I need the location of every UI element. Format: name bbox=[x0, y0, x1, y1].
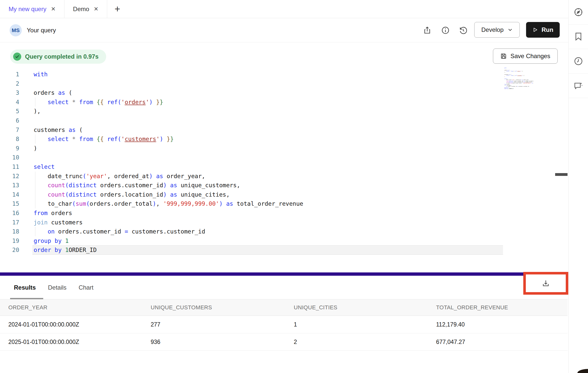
column-header: ORDER_YEAR bbox=[0, 304, 142, 311]
code-line: 14 count(distinct orders.location_id) as… bbox=[0, 190, 568, 199]
code-line: 5), bbox=[0, 107, 568, 116]
code-line: 10 bbox=[0, 153, 568, 162]
new-tab-button[interactable]: + bbox=[107, 0, 127, 18]
tab-details[interactable]: Details bbox=[48, 284, 66, 291]
code-line: 2 bbox=[0, 79, 568, 88]
table-cell: 936 bbox=[142, 339, 285, 345]
code-line: 3orders as ( bbox=[0, 88, 568, 98]
editor-tab-bar: My new query ✕ Demo ✕ + bbox=[0, 0, 568, 18]
column-header: UNIQUE_CITIES bbox=[285, 304, 428, 311]
tab-chart[interactable]: Chart bbox=[79, 284, 94, 291]
share-icon[interactable] bbox=[422, 25, 433, 36]
tab-label: My new query bbox=[9, 6, 46, 13]
results-table: ORDER_YEARUNIQUE_CUSTOMERSUNIQUE_CITIEST… bbox=[0, 299, 568, 351]
table-cell: 2025-01-01T00:00:00.000Z bbox=[0, 339, 142, 345]
line-number: 13 bbox=[0, 181, 19, 190]
line-number: 6 bbox=[0, 116, 19, 125]
line-number: 10 bbox=[0, 153, 19, 162]
line-number: 20 bbox=[0, 245, 19, 255]
line-number: 17 bbox=[0, 218, 19, 227]
line-number: 7 bbox=[0, 125, 19, 135]
table-cell: 277 bbox=[142, 321, 285, 328]
tab-my-new-query[interactable]: My new query ✕ bbox=[0, 0, 64, 18]
clock-icon[interactable] bbox=[569, 49, 588, 74]
table-cell: 2 bbox=[285, 339, 428, 345]
code-line: 11select bbox=[0, 162, 568, 172]
line-number: 9 bbox=[0, 144, 19, 153]
table-row: 2025-01-01T00:00:00.000Z9362677,047.27 bbox=[0, 333, 568, 351]
develop-label: Develop bbox=[481, 26, 504, 33]
avatar: MS bbox=[10, 24, 22, 36]
code-line: 17join customers bbox=[0, 218, 568, 227]
tab-results[interactable]: Results bbox=[14, 284, 36, 291]
chevron-down-icon bbox=[508, 27, 513, 32]
play-icon bbox=[532, 27, 538, 33]
query-editor-app: My new query ✕ Demo ✕ + MS Your query bbox=[0, 0, 588, 373]
tab-label: Demo bbox=[73, 6, 89, 13]
code-line: 18 on orders.customer_id = customers.cus… bbox=[0, 227, 568, 236]
chat-sparkle-icon[interactable] bbox=[569, 74, 588, 98]
code-line: 15 to_char(sum(orders.order_total), '999… bbox=[0, 199, 568, 208]
line-number: 3 bbox=[0, 88, 19, 98]
code-line: 6 bbox=[0, 116, 568, 125]
save-changes-button[interactable]: Save Changes bbox=[493, 49, 558, 64]
page-title: Your query bbox=[27, 18, 56, 42]
code-line: 7customers as ( bbox=[0, 125, 568, 135]
bookmark-icon[interactable] bbox=[569, 25, 588, 49]
run-button[interactable]: Run bbox=[526, 22, 560, 38]
line-number: 1 bbox=[0, 70, 19, 79]
line-number: 19 bbox=[0, 236, 19, 246]
check-circle-icon bbox=[13, 53, 21, 61]
table-header-row: ORDER_YEARUNIQUE_CUSTOMERSUNIQUE_CITIEST… bbox=[0, 299, 568, 316]
panel-resize-bar[interactable] bbox=[0, 272, 568, 276]
line-number: 5 bbox=[0, 107, 19, 116]
status-text: Query completed in 0.97s bbox=[25, 53, 99, 60]
code-line: 12 date_trunc('year', ordered_at) as ord… bbox=[0, 172, 568, 181]
code-line: 9) bbox=[0, 144, 568, 153]
line-number: 16 bbox=[0, 208, 19, 218]
close-icon[interactable]: ✕ bbox=[94, 6, 98, 12]
code-line: 8 select * from {{ ref('customers') }} bbox=[0, 134, 568, 144]
active-tab-underline bbox=[10, 298, 43, 299]
line-number: 18 bbox=[0, 227, 19, 236]
column-header: UNIQUE_CUSTOMERS bbox=[142, 304, 285, 311]
line-number: 2 bbox=[0, 79, 19, 88]
code-line: 19group by 1 bbox=[0, 236, 568, 246]
save-label: Save Changes bbox=[510, 53, 550, 60]
table-cell: 677,047.27 bbox=[428, 339, 568, 345]
code-line: 4 select * from {{ ref('orders') }} bbox=[0, 98, 568, 107]
code-line: 13 count(distinct orders.customer_id) as… bbox=[0, 181, 568, 190]
right-toolbar bbox=[568, 0, 588, 373]
main-area: My new query ✕ Demo ✕ + MS Your query bbox=[0, 0, 568, 373]
line-number: 8 bbox=[0, 134, 19, 144]
table-row: 2024-01-01T00:00:00.000Z2771112,179.40 bbox=[0, 316, 568, 333]
history-icon[interactable] bbox=[458, 25, 469, 36]
run-label: Run bbox=[541, 26, 553, 33]
query-header: MS Your query Develop Run bbox=[0, 18, 568, 42]
line-number: 12 bbox=[0, 172, 19, 181]
save-icon bbox=[500, 53, 507, 59]
line-number: 11 bbox=[0, 162, 19, 172]
code-line: 16from orders bbox=[0, 208, 568, 218]
table-cell: 1 bbox=[285, 321, 428, 328]
compass-icon[interactable] bbox=[569, 0, 588, 25]
code-line: 1with bbox=[0, 70, 568, 79]
line-number: 4 bbox=[0, 98, 19, 107]
results-tab-bar: Results Details Chart bbox=[0, 276, 568, 299]
table-cell: 112,179.40 bbox=[428, 321, 568, 328]
line-number: 15 bbox=[0, 199, 19, 208]
info-icon[interactable] bbox=[440, 25, 451, 36]
code-line: 20order by 1ORDER_ID bbox=[0, 245, 568, 255]
line-number: 14 bbox=[0, 190, 19, 199]
develop-dropdown[interactable]: Develop bbox=[474, 22, 520, 38]
table-cell: 2024-01-01T00:00:00.000Z bbox=[0, 321, 142, 328]
download-icon bbox=[541, 279, 550, 288]
query-status-badge: Query completed in 0.97s bbox=[10, 50, 106, 64]
sql-code-editor[interactable]: 1with23orders as (4 select * from {{ ref… bbox=[0, 70, 568, 272]
column-header: TOTAL_ORDER_REVENUE bbox=[428, 304, 568, 311]
tab-demo[interactable]: Demo ✕ bbox=[64, 0, 107, 18]
download-results-button[interactable] bbox=[526, 274, 566, 292]
close-icon[interactable]: ✕ bbox=[51, 6, 55, 12]
